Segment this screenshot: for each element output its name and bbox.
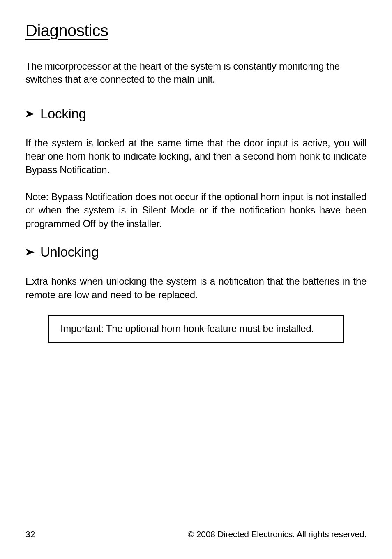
unlocking-body-1: Extra honks when unlocking the system is… — [25, 275, 367, 302]
section-heading-label: Unlocking — [40, 244, 99, 260]
locking-body-1: If the system is locked at the same time… — [25, 137, 367, 176]
page-footer: 32 © 2008 Directed Electronics. All righ… — [25, 529, 367, 539]
note-label: Note: — [25, 191, 48, 202]
callout-body: The optional horn honk feature must be i… — [104, 323, 314, 334]
callout-label: Important: — [60, 323, 104, 334]
pointer-icon — [25, 248, 36, 257]
section-heading-label: Locking — [40, 106, 86, 122]
important-callout: Important: The optional horn honk featur… — [48, 315, 344, 343]
intro-paragraph: The micorprocessor at the heart of the s… — [25, 60, 367, 86]
page-title: Diagnostics — [25, 21, 367, 40]
locking-note: Note: Bypass Notification does not occur… — [25, 190, 367, 230]
section-heading-locking: Locking — [25, 106, 367, 122]
page-number: 32 — [25, 529, 35, 539]
note-body: Bypass Notification does not occur if th… — [25, 191, 367, 229]
copyright-text: © 2008 Directed Electronics. All rights … — [188, 529, 367, 539]
section-heading-unlocking: Unlocking — [25, 244, 367, 260]
pointer-icon — [25, 109, 36, 118]
